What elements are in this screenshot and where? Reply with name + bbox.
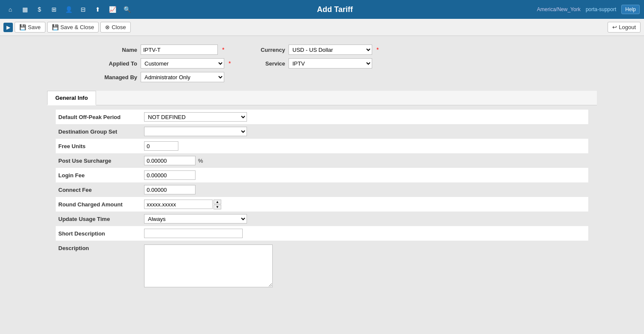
managed-by-label: Managed By [99, 74, 137, 81]
home-icon[interactable]: ⌂ [4, 3, 16, 15]
devices-icon[interactable]: ⊟ [77, 3, 89, 15]
blocks-icon[interactable]: ⊞ [48, 3, 60, 15]
input-short-description[interactable] [144, 229, 243, 238]
row-post-use-surcharge: Post Use Surcharge % [56, 153, 588, 168]
row-free-units: Free Units [56, 139, 588, 153]
general-info-panel: Default Off-Peak Period NOT DEFINED Cust… [47, 105, 597, 293]
timezone-display: America/New_York [537, 6, 581, 12]
percent-symbol: % [198, 158, 203, 164]
round-amount-container: ▲ ▼ [144, 200, 221, 209]
label-connect-fee: Connect Fee [56, 185, 141, 195]
save-icon: 💾 [19, 24, 26, 30]
round-amount-down-button[interactable]: ▼ [214, 205, 221, 209]
logout-icon: ↩ [612, 24, 617, 30]
value-round-charged: ▲ ▼ [141, 198, 588, 211]
managed-by-row: Managed By Administrator Only Reseller C… [99, 72, 234, 82]
tab-container: General Info Default Off-Peak Period NOT… [47, 91, 597, 293]
top-nav-right: America/New_York porta-support Help [537, 5, 640, 14]
round-amount-up-button[interactable]: ▲ [214, 200, 221, 204]
label-update-usage: Update Usage Time [56, 214, 141, 224]
currency-required: * [376, 46, 379, 53]
applied-to-select[interactable]: Customer Account Reseller [141, 58, 224, 69]
value-update-usage: Always Never On Success [141, 213, 588, 225]
currency-label: Currency [247, 47, 285, 53]
input-connect-fee[interactable] [144, 185, 196, 194]
service-row: Service IPTV Voice Data [247, 58, 382, 69]
row-default-off-peak: Default Off-Peak Period NOT DEFINED Cust… [56, 110, 588, 124]
tab-general-info[interactable]: General Info [47, 91, 96, 105]
row-update-usage: Update Usage Time Always Never On Succes… [56, 212, 588, 226]
page-title: Add Tariff [317, 5, 353, 14]
tab-header: General Info [47, 91, 597, 105]
applied-to-row: Applied To Customer Account Reseller * [99, 58, 234, 69]
toolbar: ▶ 💾 Save 💾 Save & Close ⊗ Close ↩ Logout [0, 19, 644, 36]
input-round-charged[interactable] [144, 200, 213, 209]
currency-select[interactable]: USD - US Dollar EUR - Euro GBP - British… [289, 45, 372, 55]
name-required: * [222, 46, 224, 53]
nav-back-button[interactable]: ▶ [3, 23, 13, 32]
header-form: Name * Currency USD - US Dollar EUR - Eu… [99, 45, 382, 82]
value-post-use-surcharge: % [141, 155, 588, 167]
username-display[interactable]: porta-support [586, 6, 616, 12]
close-icon: ⊗ [105, 24, 110, 30]
help-button[interactable]: Help [621, 5, 640, 14]
row-destination-group: Destination Group Set [56, 124, 588, 139]
grid-icon[interactable]: ▦ [19, 3, 31, 15]
nav-icons-group: ⌂ ▦ $ ⊞ 👤 ⊟ ⬆ 📈 🔍 [4, 3, 133, 15]
select-update-usage[interactable]: Always Never On Success [144, 214, 247, 224]
row-round-charged: Round Charged Amount ▲ ▼ [56, 197, 588, 212]
managed-by-select[interactable]: Administrator Only Reseller Customer [141, 72, 224, 82]
row-description: Description [56, 241, 588, 289]
save-close-icon: 💾 [52, 24, 59, 30]
select-default-off-peak[interactable]: NOT DEFINED Custom 1 Custom 2 [144, 112, 247, 122]
label-destination-group: Destination Group Set [56, 127, 141, 137]
close-button[interactable]: ⊗ Close [100, 22, 130, 33]
value-short-description [141, 227, 588, 239]
label-free-units: Free Units [56, 141, 141, 151]
label-description: Description [56, 243, 141, 253]
save-close-button[interactable]: 💾 Save & Close [47, 22, 99, 33]
row-short-description: Short Description [56, 226, 588, 241]
value-description [141, 243, 588, 289]
service-select[interactable]: IPTV Voice Data [289, 58, 372, 69]
label-default-off-peak: Default Off-Peak Period [56, 112, 141, 122]
textarea-description[interactable] [144, 245, 273, 287]
label-round-charged: Round Charged Amount [56, 200, 141, 209]
name-row: Name * [99, 45, 234, 55]
logout-button[interactable]: ↩ Logout [608, 22, 641, 33]
search-icon[interactable]: 🔍 [121, 3, 133, 15]
value-connect-fee [141, 184, 588, 196]
save-button[interactable]: 💾 Save [15, 22, 45, 33]
value-free-units [141, 140, 588, 152]
round-amount-spinners: ▲ ▼ [214, 200, 221, 209]
row-login-fee: Login Fee [56, 168, 588, 182]
label-post-use-surcharge: Post Use Surcharge [56, 156, 141, 166]
applied-to-required: * [229, 60, 231, 67]
select-destination-group[interactable] [144, 127, 247, 136]
dollar-icon[interactable]: $ [33, 3, 45, 15]
currency-row: Currency USD - US Dollar EUR - Euro GBP … [247, 45, 382, 55]
export-icon[interactable]: ⬆ [92, 3, 104, 15]
applied-to-label: Applied To [99, 60, 137, 67]
service-label: Service [247, 60, 285, 67]
top-navbar: ⌂ ▦ $ ⊞ 👤 ⊟ ⬆ 📈 🔍 Add Tariff America/New… [0, 0, 644, 19]
name-input[interactable] [141, 45, 218, 55]
main-content: Name * Currency USD - US Dollar EUR - Eu… [0, 36, 644, 334]
value-destination-group [141, 125, 588, 137]
input-post-use-surcharge[interactable] [144, 156, 196, 165]
person-icon[interactable]: 👤 [63, 3, 75, 15]
label-short-description: Short Description [56, 229, 141, 239]
value-login-fee [141, 169, 588, 181]
value-default-off-peak: NOT DEFINED Custom 1 Custom 2 [141, 111, 588, 123]
row-connect-fee: Connect Fee [56, 182, 588, 197]
label-login-fee: Login Fee [56, 170, 141, 180]
chart-icon[interactable]: 📈 [106, 3, 118, 15]
input-login-fee[interactable] [144, 170, 196, 180]
name-label: Name [99, 47, 137, 53]
input-free-units[interactable] [144, 141, 178, 151]
